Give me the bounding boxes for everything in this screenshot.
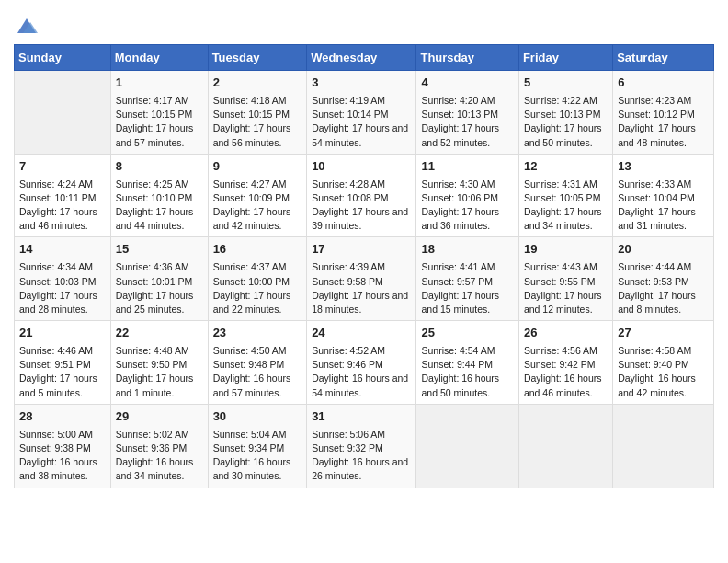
- day-number: 22: [116, 325, 203, 342]
- calendar-cell: 21Sunrise: 4:46 AMSunset: 9:51 PMDayligh…: [15, 321, 111, 405]
- weekday-header-saturday: Saturday: [613, 45, 714, 71]
- weekday-header-monday: Monday: [110, 45, 208, 71]
- calendar-cell: 19Sunrise: 4:43 AMSunset: 9:55 PMDayligh…: [518, 237, 612, 321]
- calendar-cell: 8Sunrise: 4:25 AMSunset: 10:10 PMDayligh…: [110, 154, 208, 237]
- calendar-cell: 11Sunrise: 4:30 AMSunset: 10:06 PMDaylig…: [416, 154, 518, 237]
- calendar-cell: 17Sunrise: 4:39 AMSunset: 9:58 PMDayligh…: [307, 237, 416, 321]
- calendar-cell: 23Sunrise: 4:50 AMSunset: 9:48 PMDayligh…: [208, 321, 307, 405]
- weekday-header-thursday: Thursday: [416, 45, 518, 71]
- calendar-cell: [416, 404, 518, 488]
- calendar-table: SundayMondayTuesdayWednesdayThursdayFrid…: [14, 44, 714, 488]
- calendar-cell: 3Sunrise: 4:19 AMSunset: 10:14 PMDayligh…: [307, 71, 416, 155]
- calendar-cell: 2Sunrise: 4:18 AMSunset: 10:15 PMDayligh…: [208, 71, 307, 155]
- calendar-cell: [15, 71, 111, 155]
- day-info: Sunrise: 4:17 AMSunset: 10:15 PMDaylight…: [116, 95, 194, 148]
- day-number: 13: [618, 158, 709, 176]
- day-info: Sunrise: 4:56 AMSunset: 9:42 PMDaylight:…: [524, 345, 602, 398]
- day-info: Sunrise: 4:24 AMSunset: 10:11 PMDaylight…: [19, 178, 97, 232]
- logo-icon: [14, 13, 40, 39]
- day-number: 30: [213, 408, 302, 426]
- day-number: 17: [312, 241, 411, 259]
- day-info: Sunrise: 4:18 AMSunset: 10:15 PMDaylight…: [213, 95, 291, 148]
- calendar-cell: 4Sunrise: 4:20 AMSunset: 10:13 PMDayligh…: [416, 71, 518, 155]
- calendar-cell: 15Sunrise: 4:36 AMSunset: 10:01 PMDaylig…: [110, 237, 208, 321]
- day-number: 6: [618, 75, 709, 92]
- day-number: 24: [312, 325, 411, 342]
- day-info: Sunrise: 4:44 AMSunset: 9:53 PMDaylight:…: [618, 261, 696, 315]
- day-number: 5: [524, 75, 608, 92]
- day-number: 28: [19, 408, 106, 426]
- calendar-cell: 6Sunrise: 4:23 AMSunset: 10:12 PMDayligh…: [613, 71, 714, 155]
- day-info: Sunrise: 4:33 AMSunset: 10:04 PMDaylight…: [618, 178, 696, 232]
- day-number: 11: [421, 158, 513, 176]
- day-number: 25: [421, 325, 513, 342]
- day-number: 10: [312, 158, 411, 176]
- day-number: 14: [19, 241, 106, 259]
- weekday-header-wednesday: Wednesday: [307, 45, 416, 71]
- day-info: Sunrise: 4:27 AMSunset: 10:09 PMDaylight…: [213, 178, 291, 232]
- calendar-cell: 18Sunrise: 4:41 AMSunset: 9:57 PMDayligh…: [416, 237, 518, 321]
- day-number: 26: [524, 325, 608, 342]
- day-info: Sunrise: 4:39 AMSunset: 9:58 PMDaylight:…: [312, 261, 408, 315]
- calendar-cell: 13Sunrise: 4:33 AMSunset: 10:04 PMDaylig…: [613, 154, 714, 237]
- day-info: Sunrise: 4:48 AMSunset: 9:50 PMDaylight:…: [116, 345, 194, 398]
- calendar-cell: 10Sunrise: 4:28 AMSunset: 10:08 PMDaylig…: [307, 154, 416, 237]
- calendar-cell: 28Sunrise: 5:00 AMSunset: 9:38 PMDayligh…: [15, 404, 111, 488]
- weekday-header-friday: Friday: [518, 45, 612, 71]
- day-info: Sunrise: 4:37 AMSunset: 10:00 PMDaylight…: [213, 261, 291, 315]
- calendar-cell: 16Sunrise: 4:37 AMSunset: 10:00 PMDaylig…: [208, 237, 307, 321]
- calendar-cell: 27Sunrise: 4:58 AMSunset: 9:40 PMDayligh…: [613, 321, 714, 405]
- day-number: 18: [421, 241, 513, 259]
- day-info: Sunrise: 4:58 AMSunset: 9:40 PMDaylight:…: [618, 345, 696, 398]
- day-number: 2: [213, 75, 302, 92]
- day-info: Sunrise: 4:25 AMSunset: 10:10 PMDaylight…: [116, 178, 194, 232]
- calendar-cell: 20Sunrise: 4:44 AMSunset: 9:53 PMDayligh…: [613, 237, 714, 321]
- day-info: Sunrise: 4:31 AMSunset: 10:05 PMDaylight…: [524, 178, 602, 232]
- day-number: 19: [524, 241, 608, 259]
- calendar-cell: [518, 404, 612, 488]
- day-info: Sunrise: 4:43 AMSunset: 9:55 PMDaylight:…: [524, 261, 602, 315]
- day-info: Sunrise: 4:23 AMSunset: 10:12 PMDaylight…: [618, 95, 696, 148]
- calendar-cell: 30Sunrise: 5:04 AMSunset: 9:34 PMDayligh…: [208, 404, 307, 488]
- day-number: 16: [213, 241, 302, 259]
- calendar-cell: 26Sunrise: 4:56 AMSunset: 9:42 PMDayligh…: [518, 321, 612, 405]
- weekday-header-sunday: Sunday: [15, 45, 111, 71]
- calendar-cell: 1Sunrise: 4:17 AMSunset: 10:15 PMDayligh…: [110, 71, 208, 155]
- day-number: 4: [421, 75, 513, 92]
- calendar-cell: 24Sunrise: 4:52 AMSunset: 9:46 PMDayligh…: [307, 321, 416, 405]
- calendar-week-row: 7Sunrise: 4:24 AMSunset: 10:11 PMDayligh…: [15, 154, 714, 237]
- day-info: Sunrise: 4:41 AMSunset: 9:57 PMDaylight:…: [421, 261, 499, 315]
- day-info: Sunrise: 4:22 AMSunset: 10:13 PMDaylight…: [524, 95, 602, 148]
- day-info: Sunrise: 4:30 AMSunset: 10:06 PMDaylight…: [421, 178, 499, 232]
- header: [14, 9, 714, 39]
- day-number: 15: [116, 241, 203, 259]
- day-number: 21: [19, 325, 106, 342]
- day-number: 20: [618, 241, 709, 259]
- day-number: 27: [618, 325, 709, 342]
- calendar-cell: 22Sunrise: 4:48 AMSunset: 9:50 PMDayligh…: [110, 321, 208, 405]
- day-number: 3: [312, 75, 411, 92]
- weekday-header-tuesday: Tuesday: [208, 45, 307, 71]
- day-info: Sunrise: 4:54 AMSunset: 9:44 PMDaylight:…: [421, 345, 499, 398]
- weekday-header-row: SundayMondayTuesdayWednesdayThursdayFrid…: [15, 45, 714, 71]
- day-number: 9: [213, 158, 302, 176]
- calendar-cell: 25Sunrise: 4:54 AMSunset: 9:44 PMDayligh…: [416, 321, 518, 405]
- day-info: Sunrise: 5:04 AMSunset: 9:34 PMDaylight:…: [213, 429, 291, 482]
- day-number: 31: [312, 408, 411, 426]
- day-info: Sunrise: 5:02 AMSunset: 9:36 PMDaylight:…: [116, 429, 194, 482]
- day-number: 12: [524, 158, 608, 176]
- day-number: 23: [213, 325, 302, 342]
- day-number: 7: [19, 158, 106, 176]
- calendar-week-row: 14Sunrise: 4:34 AMSunset: 10:03 PMDaylig…: [15, 237, 714, 321]
- day-info: Sunrise: 5:06 AMSunset: 9:32 PMDaylight:…: [312, 429, 408, 482]
- day-info: Sunrise: 4:34 AMSunset: 10:03 PMDaylight…: [19, 261, 97, 315]
- day-number: 1: [116, 75, 203, 92]
- calendar-week-row: 21Sunrise: 4:46 AMSunset: 9:51 PMDayligh…: [15, 321, 714, 405]
- calendar-cell: 31Sunrise: 5:06 AMSunset: 9:32 PMDayligh…: [307, 404, 416, 488]
- day-info: Sunrise: 4:20 AMSunset: 10:13 PMDaylight…: [421, 95, 499, 148]
- calendar-cell: 7Sunrise: 4:24 AMSunset: 10:11 PMDayligh…: [15, 154, 111, 237]
- day-info: Sunrise: 4:50 AMSunset: 9:48 PMDaylight:…: [213, 345, 291, 398]
- day-info: Sunrise: 4:46 AMSunset: 9:51 PMDaylight:…: [19, 345, 97, 398]
- day-number: 29: [116, 408, 203, 426]
- day-info: Sunrise: 4:28 AMSunset: 10:08 PMDaylight…: [312, 178, 408, 232]
